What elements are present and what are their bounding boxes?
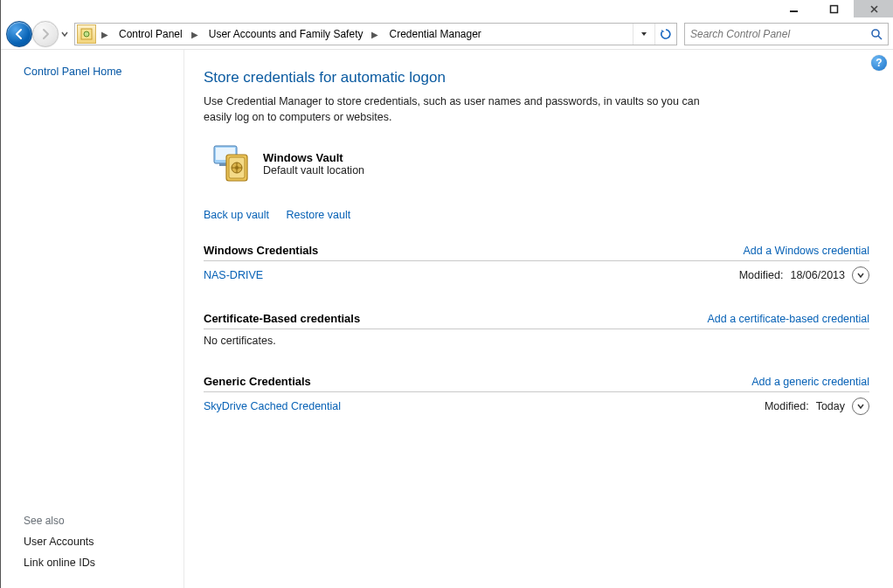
control-panel-home-link[interactable]: Control Panel Home	[24, 66, 173, 78]
vault-text: Windows Vault Default vault location	[263, 151, 364, 176]
search-icon[interactable]	[865, 28, 888, 40]
main-content: ? Store credentials for automatic logon …	[184, 50, 893, 588]
see-also-label: See also	[24, 515, 173, 527]
refresh-button[interactable]	[654, 24, 676, 45]
chevron-right-icon[interactable]: ▶	[98, 30, 112, 39]
add-generic-credential-link[interactable]: Add a generic credential	[751, 376, 869, 388]
svg-point-5	[84, 31, 89, 37]
add-certificate-credential-link[interactable]: Add a certificate-based credential	[707, 313, 869, 325]
expand-button[interactable]	[852, 398, 869, 415]
chevron-right-icon[interactable]: ▶	[188, 30, 202, 39]
back-button[interactable]	[6, 21, 32, 47]
modified-value: Today	[816, 400, 845, 412]
credential-meta: Modified: 18/06/2013	[739, 266, 869, 284]
sidebar-link-user-accounts[interactable]: User Accounts	[24, 536, 173, 548]
breadcrumb-page[interactable]: Credential Manager	[382, 24, 486, 45]
vault-subtitle: Default vault location	[263, 164, 364, 176]
modified-value: 18/06/2013	[790, 269, 845, 281]
section-title: Windows Credentials	[204, 244, 318, 257]
section-header: Generic Credentials Add a generic creden…	[204, 375, 869, 392]
vault-title: Windows Vault	[263, 151, 364, 164]
chevron-right-icon[interactable]: ▶	[368, 30, 382, 39]
control-panel-icon	[77, 24, 96, 44]
address-dropdown-button[interactable]	[633, 24, 654, 45]
minimize-button[interactable]	[773, 0, 813, 17]
modified-label: Modified:	[765, 400, 809, 412]
svg-point-6	[872, 30, 879, 37]
section-certificate-credentials: Certificate-Based credentials Add a cert…	[204, 312, 869, 352]
section-generic-credentials: Generic Credentials Add a generic creden…	[204, 375, 869, 420]
help-icon[interactable]: ?	[871, 55, 887, 71]
svg-rect-1	[830, 5, 837, 12]
forward-button[interactable]	[32, 21, 59, 47]
section-header: Windows Credentials Add a Windows creden…	[204, 244, 869, 261]
section-title: Generic Credentials	[204, 375, 311, 388]
section-windows-credentials: Windows Credentials Add a Windows creden…	[204, 244, 869, 289]
modified-label: Modified:	[739, 269, 784, 281]
nav-buttons	[6, 21, 71, 47]
sidebar: Control Panel Home See also User Account…	[1, 50, 184, 588]
breadcrumb-group[interactable]: User Accounts and Family Safety	[202, 24, 369, 45]
credential-name[interactable]: NAS-DRIVE	[204, 269, 263, 281]
section-header: Certificate-Based credentials Add a cert…	[204, 312, 869, 329]
add-windows-credential-link[interactable]: Add a Windows credential	[743, 245, 869, 257]
windows-vault-icon	[211, 142, 253, 184]
window: ▶ Control Panel ▶ User Accounts and Fami…	[0, 0, 893, 588]
restore-vault-link[interactable]: Restore vault	[287, 209, 351, 221]
body: Control Panel Home See also User Account…	[1, 49, 893, 588]
vault-row: Windows Vault Default vault location	[211, 142, 869, 184]
address-bar[interactable]: ▶ Control Panel ▶ User Accounts and Fami…	[74, 23, 677, 45]
credential-row[interactable]: NAS-DRIVE Modified: 18/06/2013	[204, 261, 869, 289]
caption-buttons	[773, 0, 893, 17]
address-tail	[633, 24, 676, 45]
maximize-button[interactable]	[813, 0, 854, 17]
titlebar	[1, 0, 893, 19]
recent-pages-dropdown[interactable]	[59, 22, 71, 46]
page-description: Use Credential Manager to store credenti…	[204, 93, 728, 125]
sidebar-link-online-ids[interactable]: Link online IDs	[24, 557, 173, 569]
page-title: Store credentials for automatic logon	[204, 69, 869, 86]
credential-meta: Modified: Today	[765, 398, 869, 415]
svg-line-7	[878, 36, 882, 39]
vault-action-links: Back up vault Restore vault	[204, 209, 869, 221]
breadcrumb-root[interactable]: Control Panel	[112, 24, 188, 45]
section-title: Certificate-Based credentials	[204, 312, 360, 325]
empty-text: No certificates.	[204, 329, 869, 352]
close-button[interactable]	[854, 0, 893, 17]
credential-name[interactable]: SkyDrive Cached Credential	[204, 400, 341, 412]
search-input[interactable]	[685, 24, 865, 45]
credential-row[interactable]: SkyDrive Cached Credential Modified: Tod…	[204, 392, 869, 420]
expand-button[interactable]	[852, 266, 869, 284]
search-box[interactable]	[684, 23, 889, 45]
backup-vault-link[interactable]: Back up vault	[204, 209, 269, 221]
navbar: ▶ Control Panel ▶ User Accounts and Fami…	[1, 19, 893, 49]
